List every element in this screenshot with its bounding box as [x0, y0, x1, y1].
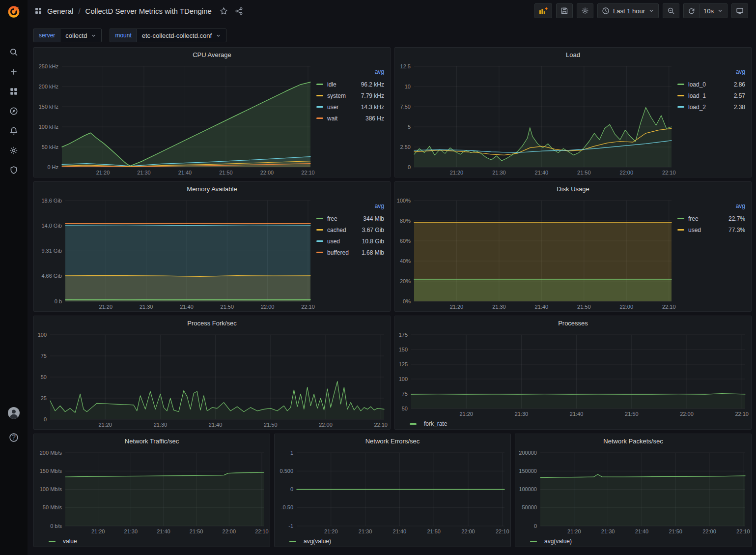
processes-chart[interactable]: 175150125100755021:2021:3021:4021:5022:0… [395, 330, 751, 418]
top-navbar: General / CollectD Server Metrics with T… [28, 0, 756, 22]
series-color-swatch [677, 106, 684, 108]
network-traffic-legend: value [34, 536, 270, 547]
panel-title-process-fork[interactable]: Process Fork/sec [187, 320, 236, 327]
series-color-swatch [316, 106, 323, 108]
svg-text:21:40: 21:40 [157, 528, 170, 534]
network-traffic-chart[interactable]: 200 Mb/s150 Mb/s100 Mb/s50 Mb/s0 b/s21:2… [34, 448, 270, 536]
panel-title-cpu-average[interactable]: CPU Average [193, 51, 231, 58]
zoom-out-icon [667, 7, 675, 15]
legend-item-value[interactable]: value [49, 538, 77, 545]
legend-item-fork_rate[interactable]: fork_rate [410, 420, 447, 427]
panel-title-network-errors[interactable]: Network Errors/sec [365, 438, 420, 445]
legend-item-avg(value)[interactable]: avg(value) [530, 538, 572, 545]
svg-text:21:30: 21:30 [492, 170, 506, 175]
memory-available-chart[interactable]: 18.6 Gib14.0 Gib9.31 Gib4.66 Gib0 b21:20… [34, 196, 316, 311]
chart-svg: 100755025021:2021:3021:4021:5022:0022:10 [34, 330, 390, 429]
svg-text:21:40: 21:40 [393, 528, 407, 534]
add-panel-button[interactable] [534, 3, 552, 18]
svg-text:0: 0 [290, 486, 293, 492]
panel-disk-usage: Disk Usage 100%80%60%40%20%0%21:2021:302… [394, 181, 752, 312]
sidebar-item-configuration[interactable] [5, 142, 23, 159]
grafana-logo[interactable] [0, 0, 28, 24]
add-panel-icon [539, 7, 548, 15]
dashboard-settings-button[interactable] [577, 3, 593, 18]
chart-svg: 18.6 Gib14.0 Gib9.31 Gib4.66 Gib0 b21:20… [34, 196, 316, 311]
sidebar-item-server-admin[interactable] [5, 161, 23, 179]
breadcrumb-folder[interactable]: General [47, 7, 73, 15]
sidebar-item-dashboards[interactable] [5, 83, 23, 100]
legend-item-used[interactable]: used77.3% [677, 224, 751, 235]
svg-text:21:20: 21:20 [99, 304, 113, 310]
network-errors-chart[interactable]: 10.5000-0.50-121:2021:3021:4021:5022:002… [275, 448, 510, 536]
time-range-picker[interactable]: Last 1 hour [597, 3, 659, 18]
svg-text:21:40: 21:40 [209, 422, 223, 428]
panel-title-network-traffic[interactable]: Network Traffic/sec [125, 438, 179, 445]
legend-series-value: 22.7% [728, 215, 745, 222]
legend-series-value: 7.79 kHz [361, 92, 384, 99]
save-dashboard-button[interactable] [556, 3, 573, 18]
legend-item-load_0[interactable]: load_02.86 [677, 79, 751, 90]
legend-item-wait[interactable]: wait386 Hz [316, 113, 390, 124]
series-color-swatch [410, 423, 417, 425]
network-packets-chart[interactable]: 20000015000010000050000021:2021:3021:402… [515, 448, 751, 536]
svg-text:22:00: 22:00 [680, 411, 694, 417]
legend-item-idle[interactable]: idle96.2 kHz [316, 79, 390, 90]
svg-text:21:30: 21:30 [124, 528, 138, 534]
legend-item-buffered[interactable]: buffered1.68 Mib [316, 247, 390, 258]
cycle-view-button[interactable] [731, 3, 748, 18]
svg-text:21:30: 21:30 [137, 170, 151, 175]
legend-item-load_1[interactable]: load_12.57 [677, 90, 751, 101]
sidebar-user-avatar[interactable] [5, 404, 23, 422]
cpu-average-chart[interactable]: 250 kHz200 kHz150 kHz100 kHz50 kHz0 Hz21… [34, 61, 316, 177]
legend-item-avg(value)[interactable]: avg(value) [289, 538, 331, 545]
legend-item-cached[interactable]: cached3.67 Gib [316, 224, 390, 235]
svg-text:22:10: 22:10 [301, 170, 315, 175]
sidebar-item-alerting[interactable] [5, 122, 23, 140]
variable-server-select[interactable]: collectd [60, 29, 102, 42]
panel-title-load[interactable]: Load [566, 51, 580, 58]
process-fork-chart[interactable]: 100755025021:2021:3021:4021:5022:0022:10 [34, 330, 390, 429]
panel-title-processes[interactable]: Processes [558, 320, 588, 327]
legend-series-value: 2.38 [734, 104, 745, 111]
svg-text:0 Hz: 0 Hz [47, 164, 58, 170]
load-chart[interactable]: 12.5107.5052.50021:2021:3021:4021:5022:0… [395, 61, 677, 177]
panel-title-network-packets[interactable]: Network Packets/sec [603, 438, 663, 445]
svg-text:22:00: 22:00 [260, 170, 274, 175]
svg-text:200 kHz: 200 kHz [39, 84, 58, 89]
star-icon[interactable] [220, 7, 228, 15]
svg-text:50: 50 [402, 406, 408, 411]
legend-item-system[interactable]: system7.79 kHz [316, 90, 390, 101]
legend-item-used[interactable]: used10.8 Gib [316, 235, 390, 247]
page-title: CollectD Server Metrics with TDengine [85, 7, 212, 15]
legend-series-name: used [316, 238, 340, 245]
panel-title-memory-available[interactable]: Memory Available [187, 185, 237, 193]
svg-text:22:00: 22:00 [261, 304, 275, 310]
variable-mount-value: etc-collectd-collectd.conf [142, 32, 212, 39]
sidebar-item-search[interactable] [5, 43, 23, 61]
legend-item-load_2[interactable]: load_22.38 [677, 101, 751, 113]
sidebar-help[interactable]: ? [5, 429, 23, 446]
sidebar-item-create[interactable] [5, 63, 23, 81]
refresh-interval-dropdown[interactable]: 10s [699, 3, 728, 18]
series-color-swatch [316, 117, 323, 119]
sidebar-item-explore[interactable] [5, 102, 23, 120]
variable-mount-select[interactable]: etc-collectd-collectd.conf [137, 29, 226, 42]
legend-item-free[interactable]: free344 Mib [316, 213, 390, 224]
refresh-button[interactable] [683, 3, 699, 18]
share-icon[interactable] [235, 7, 243, 15]
svg-text:75: 75 [41, 353, 47, 359]
dashboard-grid: CPU Average 250 kHz200 kHz150 kHz100 kHz… [28, 47, 756, 547]
panel-title-disk-usage[interactable]: Disk Usage [557, 185, 589, 193]
chart-svg: 12.5107.5052.50021:2021:3021:4021:5022:0… [395, 61, 677, 177]
svg-text:4.66 Gib: 4.66 Gib [41, 273, 62, 279]
svg-text:21:30: 21:30 [515, 411, 529, 417]
legend-item-user[interactable]: user14.3 kHz [316, 101, 390, 113]
svg-text:0: 0 [534, 523, 537, 529]
time-range-label: Last 1 hour [613, 7, 645, 15]
svg-text:22:10: 22:10 [662, 170, 676, 175]
legend-series-name: used [677, 227, 701, 234]
legend-item-free[interactable]: free22.7% [677, 213, 751, 224]
svg-text:100 Mb/s: 100 Mb/s [40, 486, 62, 492]
zoom-out-button[interactable] [663, 3, 679, 18]
disk-usage-chart[interactable]: 100%80%60%40%20%0%21:2021:3021:4021:5022… [395, 196, 677, 311]
